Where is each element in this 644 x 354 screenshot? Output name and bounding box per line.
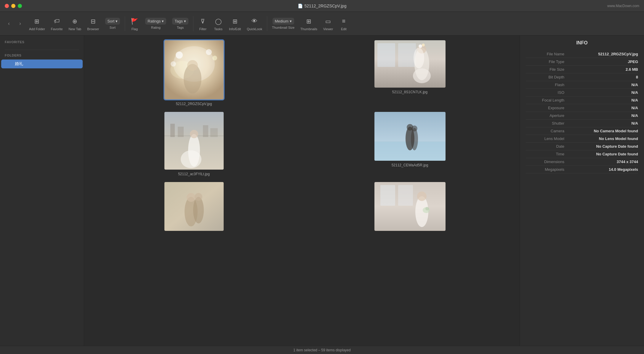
forward-button[interactable]: › bbox=[15, 18, 25, 29]
minimize-button[interactable] bbox=[11, 4, 15, 8]
info-key: Date bbox=[526, 144, 564, 149]
favorites-divider bbox=[5, 50, 79, 50]
info-value: 8 bbox=[636, 75, 638, 79]
flag-icon: 🚩 bbox=[130, 17, 139, 26]
window-controls bbox=[5, 4, 22, 8]
photo-label-4: 52112_CEWaAd5R.jpg bbox=[392, 163, 428, 167]
rating-group[interactable]: Ratings ▾ Rating bbox=[143, 18, 169, 29]
tags-group[interactable]: Tags ▾ Tags bbox=[170, 18, 190, 29]
info-row: File TypeJPEG bbox=[526, 58, 638, 66]
toolbar-divider-3 bbox=[267, 16, 267, 31]
svg-point-8 bbox=[171, 61, 176, 67]
photo-item-2[interactable]: 52112_8S1CN7LK.jpg bbox=[305, 40, 515, 106]
info-value: 52112_2RGZSCpV.jpg bbox=[598, 52, 638, 56]
photo-thumbnail-6[interactable] bbox=[374, 182, 446, 231]
chevron-down-icon: ▾ bbox=[184, 19, 186, 23]
photo-label-3: 52112_ac3FYlLt.jpg bbox=[178, 172, 210, 176]
viewer-icon: ▭ bbox=[323, 17, 333, 26]
toolbar: ‹ › ⊞ Add Folder 🏷 Favorite ⊕ New Tab ⊟ … bbox=[0, 12, 644, 36]
thumbnails-icon: ⊞ bbox=[304, 17, 314, 26]
photo-item-3[interactable]: 52112_ac3FYlLt.jpg bbox=[89, 112, 299, 176]
photo-label-1: 52112_2RGZSCpV.jpg bbox=[176, 102, 212, 106]
info-rows: File Name52112_2RGZSCpV.jpgFile TypeJPEG… bbox=[526, 50, 638, 173]
maximize-button[interactable] bbox=[18, 4, 22, 8]
svg-rect-22 bbox=[203, 125, 208, 137]
photo-item-1[interactable]: 52112_2RGZSCpV.jpg bbox=[89, 40, 299, 106]
close-button[interactable] bbox=[5, 4, 9, 8]
flag-group[interactable]: 🚩 Flag bbox=[127, 17, 142, 31]
sidebar-item-folder[interactable]: 婚礼 bbox=[1, 59, 83, 68]
info-row: ISON/A bbox=[526, 89, 638, 96]
info-key: Lens Model bbox=[526, 136, 564, 141]
photo-item-4[interactable]: 52112_CEWaAd5R.jpg bbox=[305, 112, 515, 176]
quicklook-group[interactable]: 👁 QuickLook bbox=[244, 17, 265, 31]
svg-rect-40 bbox=[380, 185, 395, 206]
info-value: No Lens Model found bbox=[599, 136, 638, 141]
new-tab-group[interactable]: ⊕ New Tab bbox=[66, 17, 84, 31]
info-row: Lens ModelNo Lens Model found bbox=[526, 135, 638, 143]
add-folder-icon: ⊞ bbox=[32, 17, 42, 26]
photo-item-5[interactable] bbox=[89, 182, 299, 233]
toolbar-divider-1 bbox=[125, 16, 125, 31]
photo-thumbnail-1[interactable] bbox=[164, 40, 224, 99]
info-panel-title: INFO bbox=[526, 40, 638, 46]
sort-dropdown[interactable]: Sort ▾ bbox=[105, 18, 120, 25]
browser-group[interactable]: ⊟ Browser bbox=[85, 17, 101, 31]
info-row: CameraNo Camera Model found bbox=[526, 127, 638, 135]
info-edit-group[interactable]: ⊞ Info/Edit bbox=[227, 17, 243, 31]
photo-thumbnail-5[interactable] bbox=[164, 182, 224, 231]
status-text: 1 item selected – 59 items displayed bbox=[293, 348, 350, 352]
photo-thumbnail-4[interactable] bbox=[374, 112, 446, 161]
folders-section-label: FOLDERS bbox=[0, 54, 84, 59]
svg-point-37 bbox=[193, 197, 204, 223]
file-icon: 📄 bbox=[298, 4, 303, 8]
favorite-group[interactable]: 🏷 Favorite bbox=[49, 17, 65, 31]
thumbnails-group[interactable]: ⊞ Thumbnails bbox=[298, 17, 320, 31]
rating-dropdown[interactable]: Ratings ▾ bbox=[145, 18, 166, 25]
svg-point-15 bbox=[414, 48, 424, 68]
info-value: N/A bbox=[632, 121, 638, 125]
chevron-down-icon: ▾ bbox=[162, 19, 164, 23]
thumbnail-size-dropdown[interactable]: Medium ▾ bbox=[273, 18, 294, 25]
svg-rect-10 bbox=[377, 43, 395, 67]
info-value: N/A bbox=[632, 83, 638, 87]
favorite-icon: 🏷 bbox=[52, 17, 62, 26]
svg-rect-23 bbox=[210, 128, 218, 137]
info-value: 14.0 Megapixels bbox=[609, 167, 638, 172]
chevron-down-icon: ▾ bbox=[290, 19, 292, 23]
sidebar: FAVORITES FOLDERS 婚礼 bbox=[0, 36, 84, 346]
toolbar-divider-2 bbox=[193, 16, 193, 31]
titlebar: 📄 52112_2RGZSCpV.jpg www.MacDown.com bbox=[0, 0, 644, 12]
edit-group[interactable]: ≡ Edit bbox=[337, 17, 351, 31]
website-label: www.MacDown.com bbox=[607, 4, 639, 8]
sort-group[interactable]: Sort ▾ Sort bbox=[103, 18, 123, 29]
info-value: No Capture Date found bbox=[596, 144, 638, 149]
thumbnail-size-group[interactable]: Medium ▾ Thumbnail Size bbox=[270, 18, 297, 29]
photo-thumbnail-2[interactable] bbox=[374, 40, 446, 88]
svg-point-45 bbox=[425, 207, 429, 210]
info-key: Megapixels bbox=[526, 167, 564, 172]
info-row: Focal LengthN/A bbox=[526, 96, 638, 104]
tasks-group[interactable]: ◯ Tasks bbox=[211, 17, 225, 31]
info-row: ApertureN/A bbox=[526, 112, 638, 120]
info-key: Bit Depth bbox=[526, 75, 564, 79]
info-value: 3744 x 3744 bbox=[617, 160, 638, 164]
add-folder-group[interactable]: ⊞ Add Folder bbox=[27, 17, 47, 31]
viewer-group[interactable]: ▭ Viewer bbox=[321, 17, 335, 31]
svg-point-26 bbox=[181, 150, 201, 168]
info-row: TimeNo Capture Date found bbox=[526, 150, 638, 158]
main-layout: FAVORITES FOLDERS 婚礼 bbox=[0, 36, 644, 346]
info-row: File Size2.6 MB bbox=[526, 66, 638, 73]
tags-dropdown[interactable]: Tags ▾ bbox=[172, 18, 188, 25]
filter-group[interactable]: ⊽ Filter bbox=[196, 17, 210, 31]
photo-thumbnail-3[interactable] bbox=[164, 112, 224, 170]
svg-point-7 bbox=[212, 56, 217, 60]
svg-rect-11 bbox=[398, 43, 416, 67]
photo-item-6[interactable] bbox=[305, 182, 515, 233]
info-key: Focal Length bbox=[526, 98, 564, 102]
info-panel: INFO File Name52112_2RGZSCpV.jpgFile Typ… bbox=[520, 36, 644, 346]
window-title: 📄 52112_2RGZSCpV.jpg bbox=[298, 4, 347, 8]
back-button[interactable]: ‹ bbox=[4, 18, 14, 29]
svg-point-4 bbox=[187, 60, 198, 71]
svg-point-5 bbox=[176, 52, 183, 59]
